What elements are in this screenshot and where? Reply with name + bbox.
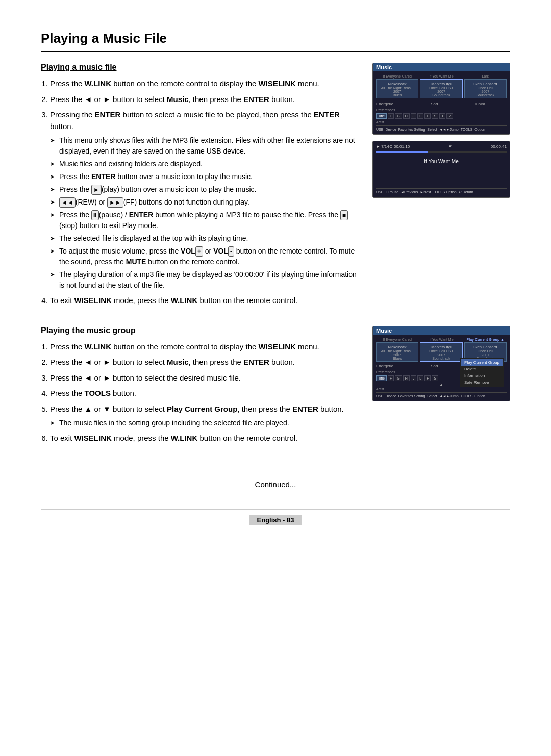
cat-label-row: If Everyone Cared If You Want Me Lars: [376, 74, 507, 78]
subitem-3: Press the ENTER button over a music icon…: [50, 171, 357, 182]
cat1-label: If Everyone Cared: [376, 74, 418, 78]
page: Playing a Music File Playing a music fil…: [0, 0, 551, 556]
preferences-label: Preferences: [376, 108, 507, 112]
vol-down-icon: -: [228, 246, 234, 257]
ff-icon: ►►: [107, 197, 123, 208]
music-screen2-title: Music: [373, 326, 510, 335]
footer: English - 83: [41, 509, 510, 525]
s2-step-5: Press the ▲ or ▼ button to select Play C…: [50, 404, 357, 429]
rew-icon: ◄◄: [59, 197, 76, 208]
pref-title: Title: [376, 113, 387, 119]
cat2-label-row: If Everyone Cared If You Want Me Play Cu…: [376, 338, 507, 341]
stop-icon: ■: [340, 210, 348, 220]
music-screen1-title: Music: [373, 63, 510, 71]
preferences-row: Title F G H J L F S T V: [376, 113, 507, 119]
pb-spacer: [376, 166, 507, 187]
step2-bold2: ENTER: [243, 95, 269, 104]
step3-bold1: ENTER: [95, 110, 121, 119]
pb-song-title: If You Want Me: [376, 155, 507, 166]
mood-bar: Energetic · · · Sad · · · Calm · · ·: [376, 102, 507, 106]
cat2-box-2: Marketa Irgl Once Odil OST 2007 Soundtra…: [420, 342, 462, 362]
pb-progress-bar: [376, 151, 507, 153]
artist-label2: Artist: [376, 387, 507, 391]
menu-safe-remove[interactable]: Safe Remove: [461, 379, 503, 386]
step1-bold2: WISELINK: [259, 79, 296, 88]
section1-steps: Press the W.LINK button on the remote co…: [50, 78, 357, 307]
section1-heading: Playing a music file: [41, 63, 357, 72]
pb-header: ► 7/14 ⊙ 00:01:15 ▼ 00:05:41: [376, 144, 507, 149]
music1-bottom-nav: USB Device Favorites Setting Select ◄◄►J…: [376, 125, 507, 131]
vol-up-icon: +: [195, 246, 203, 257]
section2-screens: Music If Everyone Cared If You Want Me P…: [372, 326, 510, 449]
step3-subitems: This menu only shows files with the MP3 …: [50, 135, 357, 291]
artist-label: Artist: [376, 120, 507, 124]
subitem-4: Press the ►(play) button over a music ic…: [50, 184, 357, 195]
cat-box-3: Glen Hansard Once Odil 2007 Soundtrack: [464, 79, 507, 98]
subitem-5: ◄◄(REW) or ►►(FF) buttons do not functio…: [50, 197, 357, 208]
step-2: Press the ◄ or ► button to select Music,…: [50, 94, 357, 106]
footer-label: English - 83: [249, 515, 303, 525]
cat-box-2: Marketa Irgl Once Odil OST 2007 Soundtra…: [420, 79, 462, 98]
step1-bold1: W.LINK: [85, 79, 112, 88]
section2-steps: Press the W.LINK button on the remote co…: [50, 341, 357, 444]
menu-play-current-group[interactable]: Play Current Group: [461, 359, 503, 366]
music-screen1-body: If Everyone Cared If You Want Me Lars Ni…: [373, 71, 510, 134]
cat-box-1: Nickelback All The Right Reas... 2007 Bl…: [376, 79, 418, 98]
pref-t: T: [439, 113, 445, 119]
music-screen2-body: If Everyone Cared If You Want Me Play Cu…: [373, 335, 510, 401]
s2-subitem-1: The music files in the sorting group inc…: [50, 418, 357, 429]
s2-step-2: Press the ◄ or ► button to select Music,…: [50, 357, 357, 368]
page-title: Playing a Music File: [41, 31, 510, 52]
section1-screens: Music If Everyone Cared If You Want Me L…: [372, 63, 510, 312]
subitem-2: Music files and existing folders are dis…: [50, 159, 357, 169]
context-menu: Play Current Group Delete Information Sa…: [460, 358, 504, 387]
pref2-title: Title: [376, 375, 387, 381]
step4-bold2: W.LINK: [171, 296, 198, 305]
pb-play-icon: ► 7/14: [376, 144, 389, 149]
subitem-6: Press the II(pause) / ENTER button while…: [50, 210, 357, 231]
step3-bold2: ENTER: [314, 110, 340, 119]
play-icon: ►: [91, 185, 102, 195]
pref-f2: F: [424, 113, 431, 119]
step-3: Pressing the ENTER button to select a mu…: [50, 109, 357, 291]
cat3-label: Lars: [464, 74, 507, 78]
section1-text: Playing a music file Press the W.LINK bu…: [41, 63, 372, 312]
section2-area: Playing the music group Press the W.LINK…: [41, 326, 510, 449]
cat2-label: If You Want Me: [420, 74, 462, 78]
s2-step5-subitems: The music files in the sorting group inc…: [50, 418, 357, 429]
subitem-9: The playing duration of a mp3 file may b…: [50, 269, 357, 291]
step2-bold1: Music: [167, 95, 189, 104]
step-4: To exit WISELINK mode, press the W.LINK …: [50, 295, 357, 307]
continued-text: Continued...: [41, 480, 510, 489]
playback-body: ► 7/14 ⊙ 00:01:15 ▼ 00:05:41 If You Want…: [373, 141, 510, 197]
pref-s: S: [432, 113, 438, 119]
pb-progress-fill: [376, 151, 428, 153]
music-categories: Nickelback All The Right Reas... 2007 Bl…: [376, 79, 507, 98]
menu-information[interactable]: Information: [461, 372, 503, 379]
pref-h: H: [403, 113, 410, 119]
menu-delete[interactable]: Delete: [461, 366, 503, 372]
subitem-7: The selected file is displayed at the to…: [50, 233, 357, 244]
pref-l: L: [417, 113, 423, 119]
s2-step-1: Press the W.LINK button on the remote co…: [50, 341, 357, 353]
pref-f1: F: [388, 113, 394, 119]
cat-row-with-menu: Nickelback All The Right Reas... 2007 Bl…: [376, 342, 507, 362]
music-browser-screen: Music If Everyone Cared If You Want Me L…: [372, 63, 510, 135]
pref-v: V: [446, 113, 453, 119]
playback-screen: ► 7/14 ⊙ 00:01:15 ▼ 00:05:41 If You Want…: [372, 141, 510, 198]
pref-j: J: [411, 113, 417, 119]
section2-heading: Playing the music group: [41, 326, 357, 335]
pause-icon: II: [91, 210, 99, 220]
pref-g: G: [395, 113, 402, 119]
step4-bold1: WISELINK: [74, 296, 112, 305]
music-browser-screen2: Music If Everyone Cared If You Want Me P…: [372, 326, 510, 401]
section1-area: Playing a music file Press the W.LINK bu…: [41, 63, 510, 312]
s2-step-6: To exit WISELINK mode, press the W.LINK …: [50, 433, 357, 444]
music2-bottom-nav: USB Device Favorites Setting Select ◄◄►J…: [376, 392, 507, 398]
subitem-1: This menu only shows files with the MP3 …: [50, 135, 357, 157]
s2-step-4: Press the TOOLS button.: [50, 388, 357, 399]
playback-bottom-nav: USB II Pause ◄Previous ►Next TOOLS Optio…: [376, 188, 507, 194]
cat2-box-1: Nickelback All The Right Reas... 2007 Bl…: [376, 342, 418, 362]
s2-step-3: Press the ◄ or ► button to select the de…: [50, 372, 357, 384]
step-1: Press the W.LINK button on the remote co…: [50, 78, 357, 90]
